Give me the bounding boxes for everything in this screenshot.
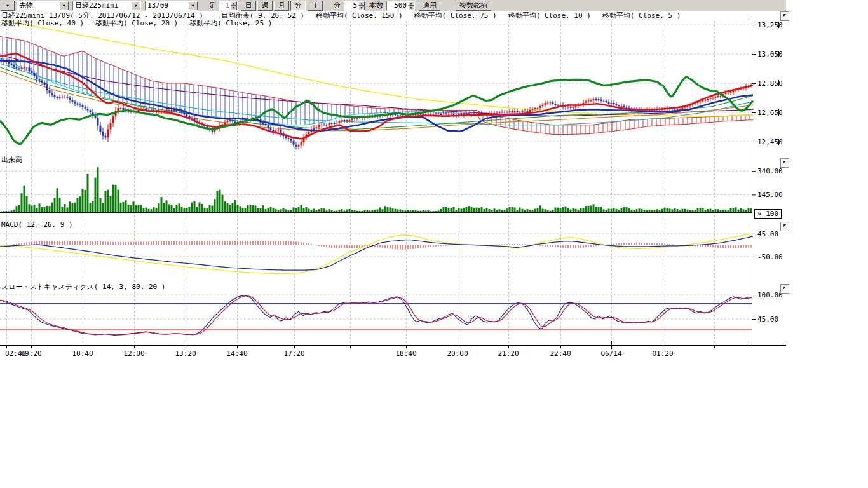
- candle-body: [555, 104, 557, 105]
- x-axis-label: 17:20: [283, 349, 304, 358]
- volume-bar: [545, 209, 546, 212]
- volume-bar: [532, 210, 534, 212]
- volume-bar: [120, 203, 122, 212]
- volume-bar: [204, 208, 206, 212]
- volume-bar: [595, 207, 597, 212]
- volume-bar: [537, 208, 539, 212]
- candle-body: [39, 79, 41, 81]
- candle-body: [514, 111, 516, 113]
- volume-bar: [641, 209, 643, 212]
- volume-bar: [598, 207, 600, 212]
- volume-bar: [392, 208, 394, 212]
- volume-bar: [110, 196, 112, 212]
- volume-bar: [626, 207, 628, 212]
- candle-body: [110, 123, 112, 129]
- volume-bar: [49, 206, 51, 212]
- candle-body: [550, 102, 552, 103]
- candle-body: [41, 81, 43, 83]
- volume-bar: [527, 209, 529, 212]
- candle-body: [430, 114, 432, 115]
- volume-bar: [21, 193, 23, 212]
- volume-bar: [445, 207, 447, 212]
- candle-body: [677, 109, 679, 110]
- candle-body: [79, 105, 81, 105]
- candle-body: [524, 111, 526, 111]
- volume-bar: [674, 208, 676, 212]
- volume-bar: [69, 201, 71, 212]
- candle-body: [262, 123, 264, 124]
- volume-bar: [517, 210, 519, 212]
- volume-bar: [512, 207, 513, 212]
- volume-bar: [560, 208, 562, 212]
- volume-bar: [524, 210, 526, 212]
- volume-bar: [402, 210, 404, 212]
- candle-body: [517, 111, 519, 112]
- candle-body: [13, 65, 15, 67]
- volume-bar: [130, 205, 132, 212]
- candle-body: [499, 112, 501, 113]
- candle-body: [478, 113, 480, 114]
- candle-body: [684, 107, 686, 107]
- candle-body: [270, 128, 272, 130]
- volume-bar: [400, 209, 402, 212]
- volume-bar: [550, 211, 552, 212]
- candle-body: [100, 126, 102, 132]
- volume-bar: [41, 207, 43, 212]
- volume-bar: [161, 197, 163, 212]
- candle-body: [565, 107, 567, 107]
- volume-bar: [689, 210, 691, 212]
- axis-tick-label: 100.00: [757, 291, 783, 299]
- candle-body: [323, 125, 325, 125]
- candle-body: [54, 95, 56, 97]
- candle-body: [31, 71, 33, 73]
- volume-bar: [702, 208, 704, 212]
- volume-bar: [501, 210, 503, 212]
- volume-bar: [262, 205, 264, 212]
- volume-bar: [158, 203, 160, 212]
- legend-item: 移動平均( Close, 10 ): [508, 12, 591, 20]
- candle-body: [557, 105, 559, 105]
- macd-signal-line: [0, 234, 753, 274]
- candle-body: [301, 142, 302, 145]
- candle-body: [728, 93, 729, 93]
- volume-bar: [745, 210, 747, 212]
- volume-bar: [603, 209, 605, 212]
- candle-body: [59, 97, 61, 98]
- volume-bar: [95, 178, 97, 212]
- volume-bar: [280, 209, 282, 212]
- candle-body: [504, 112, 506, 112]
- volume-bar: [189, 207, 191, 212]
- volume-bar: [593, 204, 595, 212]
- volume-bar: [29, 204, 31, 212]
- volume-bar: [466, 207, 468, 212]
- panel-expand-button-volume[interactable]: ◤: [780, 158, 789, 168]
- panel-expand-button-stoch[interactable]: ◤: [780, 284, 789, 294]
- volume-bar: [468, 206, 470, 212]
- volume-bar: [659, 210, 661, 212]
- volume-bar: [390, 207, 391, 212]
- volume-bar: [290, 210, 292, 212]
- volume-bar: [168, 204, 170, 212]
- volume-bar: [443, 207, 445, 212]
- candle-body: [67, 97, 69, 98]
- candle-body: [545, 103, 546, 105]
- candle-body: [603, 101, 605, 102]
- volume-bar: [489, 209, 491, 212]
- chart-canvas[interactable]: 13,25013,05012,85012,65012,450340.00145.…: [0, 0, 786, 366]
- candle-body: [346, 120, 348, 121]
- candle-body: [512, 111, 513, 112]
- volume-bar: [575, 209, 577, 212]
- candle-body: [18, 69, 20, 69]
- volume-bar: [46, 206, 48, 212]
- candle-body: [316, 127, 318, 128]
- candle-body: [390, 115, 391, 116]
- expand-icon: ◤: [783, 159, 786, 165]
- panel-expand-button-price[interactable]: ◤: [780, 11, 789, 21]
- volume-bar: [463, 208, 465, 212]
- volume-bar: [425, 210, 427, 212]
- volume-bar: [695, 210, 696, 212]
- panel-expand-button-macd[interactable]: ◤: [780, 222, 789, 231]
- x-axis-label: 10:40: [72, 349, 93, 358]
- volume-bar: [318, 209, 320, 212]
- volume-bar: [600, 207, 602, 212]
